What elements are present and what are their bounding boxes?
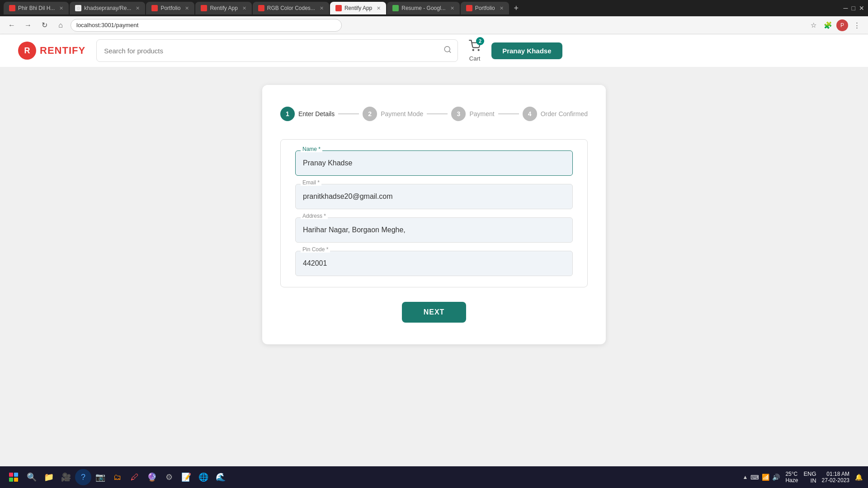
step-payment: 3 Payment: [451, 107, 494, 121]
home-button[interactable]: ⌂: [54, 19, 67, 32]
taskbar-app2-button[interactable]: 🗂: [109, 469, 126, 485]
tab-resume[interactable]: Resume - Googl... ✕: [387, 2, 459, 14]
taskbar-edge-button[interactable]: 🌊: [212, 469, 229, 485]
address-label: Address *: [301, 213, 328, 219]
checkout-stepper: 1 Enter Details 2 Payment Mode 3 Payment…: [280, 107, 588, 121]
cart-button[interactable]: 2 Cart: [469, 40, 481, 62]
new-tab-button[interactable]: +: [510, 2, 523, 14]
address-field-wrapper: Address *: [295, 217, 573, 243]
tab-label-rgb: RGB Color Codes...: [267, 5, 315, 11]
tab-rentify1[interactable]: Rentify App ✕: [195, 2, 251, 14]
svg-rect-4: [9, 473, 13, 477]
url-bar[interactable]: localhost:3001/payment: [71, 19, 342, 32]
taskbar-app3-button[interactable]: 🔮: [144, 469, 160, 485]
taskbar-chrome-button[interactable]: 🌐: [195, 469, 212, 485]
tab-rentify2[interactable]: Rentify App ✕: [330, 2, 386, 14]
taskbar-vscode-button[interactable]: 📝: [178, 469, 194, 485]
taskbar-search-button[interactable]: 🔍: [24, 469, 40, 485]
pincode-field-wrapper: Pin Code *: [295, 251, 573, 276]
taskbar-left: [5, 469, 22, 485]
step-label-3: Payment: [469, 110, 494, 117]
bookmark-star-button[interactable]: ☆: [807, 19, 819, 31]
language-label: ENG: [803, 470, 816, 477]
tab-portfolio2[interactable]: Portfolio ✕: [461, 2, 509, 14]
step-enter-details: 1 Enter Details: [280, 107, 335, 121]
tab-label-portfolio2: Portfolio: [475, 5, 495, 11]
user-button[interactable]: Pranay Khadse: [491, 42, 562, 59]
taskbar-pinned-apps: 🔍 📁 🎥 ? 📷 🗂 🖊 🔮 ⚙ 📝 🌐 🌊: [24, 469, 229, 485]
tab-favicon-rentify2: [335, 5, 342, 11]
logo-icon: R: [18, 42, 36, 60]
maximize-button[interactable]: □: [852, 5, 855, 12]
taskbar-draw-button[interactable]: 🖊: [127, 469, 143, 485]
tab-close-youtube[interactable]: ✕: [59, 5, 63, 11]
profile-switcher-button[interactable]: P: [836, 19, 848, 31]
tab-favicon-rgb: [258, 5, 264, 11]
address-bar-row: ← → ↻ ⌂ localhost:3001/payment ☆ 🧩 P ⋮: [0, 16, 868, 34]
tab-close-github[interactable]: ✕: [136, 5, 140, 11]
cart-count-badge: 2: [476, 37, 484, 45]
taskbar: 🔍 📁 🎥 ? 📷 🗂 🖊 🔮 ⚙ 📝 🌐 🌊 ▲ ⌨ 📶 🔊 25°C Haz…: [0, 466, 868, 488]
browser-chrome: Phir Bhi Dil H... ✕ ⚙ khadsepranay/Re...…: [0, 0, 868, 34]
step-line-2-3: [427, 113, 448, 114]
reload-button[interactable]: ↻: [38, 19, 51, 32]
email-label: Email *: [301, 179, 321, 186]
tab-close-rentify1[interactable]: ✕: [242, 5, 246, 11]
weather-info: 25°C Haze: [785, 471, 798, 483]
taskbar-video-button[interactable]: 🎥: [58, 469, 74, 485]
taskbar-files-button[interactable]: 📁: [41, 469, 57, 485]
step-circle-1: 1: [280, 107, 295, 121]
tab-github[interactable]: ⚙ khadsepranay/Re... ✕: [70, 2, 145, 14]
start-button[interactable]: [5, 469, 22, 485]
settings-menu-button[interactable]: ⋮: [851, 19, 863, 31]
name-input[interactable]: [295, 150, 573, 176]
forward-button[interactable]: →: [22, 19, 34, 32]
email-input[interactable]: [295, 184, 573, 209]
next-button[interactable]: NEXT: [402, 302, 467, 323]
tab-close-resume[interactable]: ✕: [450, 5, 454, 11]
tab-close-rgb[interactable]: ✕: [320, 5, 324, 11]
svg-rect-7: [14, 478, 18, 482]
extensions-button[interactable]: 🧩: [822, 19, 834, 31]
taskbar-app1-button[interactable]: 📷: [92, 469, 108, 485]
tab-rgb[interactable]: RGB Color Codes... ✕: [253, 2, 329, 14]
form-section: Name * Email * Address * Pin Code *: [280, 139, 588, 287]
current-time: 01:18 AM: [826, 471, 849, 477]
tab-close-portfolio1[interactable]: ✕: [185, 5, 189, 11]
minimize-button[interactable]: ─: [844, 5, 848, 12]
taskbar-lang: ENG IN: [803, 470, 816, 484]
tab-close-portfolio2[interactable]: ✕: [500, 5, 504, 11]
taskbar-settings-button[interactable]: ⚙: [161, 469, 177, 485]
taskbar-sys-tray: ▲ ⌨ 📶 🔊: [743, 474, 780, 481]
svg-rect-6: [9, 478, 13, 482]
svg-line-1: [449, 51, 451, 52]
volume-icon[interactable]: 🔊: [772, 474, 780, 481]
logo-text: RENTIFY: [40, 45, 85, 56]
taskbar-help-button[interactable]: ?: [75, 469, 91, 485]
close-button[interactable]: ✕: [859, 5, 864, 12]
datetime-display[interactable]: 01:18 AM 27-02-2023: [822, 471, 849, 483]
name-field-wrapper: Name *: [295, 150, 573, 176]
pincode-input[interactable]: [295, 251, 573, 276]
tab-portfolio1[interactable]: Portfolio ✕: [146, 2, 194, 14]
tab-favicon-github: ⚙: [75, 5, 81, 11]
step-circle-4: 4: [523, 107, 537, 121]
logo[interactable]: R RENTIFY: [18, 42, 85, 60]
search-input[interactable]: [96, 39, 458, 62]
taskbar-right: ▲ ⌨ 📶 🔊 25°C Haze ENG IN 01:18 AM 27-02-…: [743, 470, 863, 484]
step-order-confirmed: 4 Order Confirmed: [523, 107, 588, 121]
back-button[interactable]: ←: [5, 19, 18, 32]
cart-label: Cart: [469, 55, 481, 62]
tab-youtube[interactable]: Phir Bhi Dil H... ✕: [4, 2, 69, 14]
network-icon[interactable]: 📶: [762, 474, 769, 481]
address-input[interactable]: [295, 217, 573, 243]
search-button[interactable]: [443, 46, 452, 56]
profile-avatar: P: [836, 19, 848, 31]
step-label-4: Order Confirmed: [541, 110, 588, 117]
svg-rect-5: [14, 473, 18, 477]
tab-close-rentify2[interactable]: ✕: [377, 5, 381, 11]
tray-arrow[interactable]: ▲: [743, 474, 748, 480]
tab-label-resume: Resume - Googl...: [401, 5, 445, 11]
svg-point-3: [478, 49, 479, 50]
notification-button[interactable]: 🔔: [855, 474, 863, 481]
